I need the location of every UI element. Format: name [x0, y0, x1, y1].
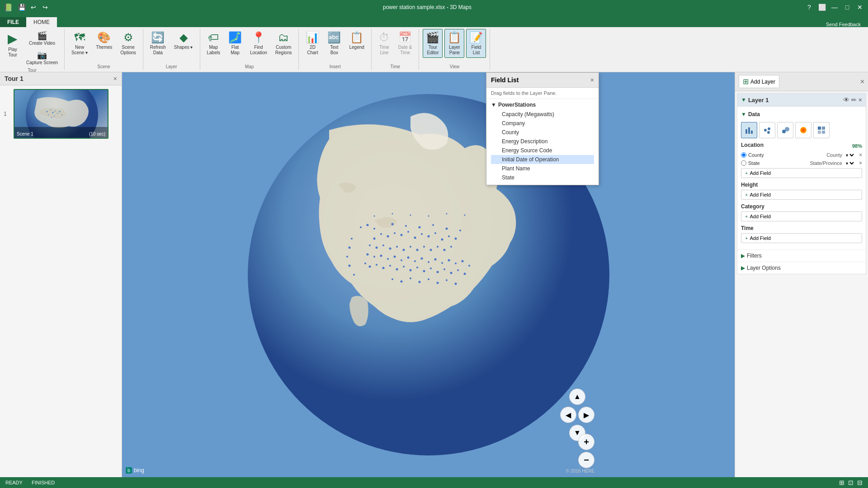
field-list-close-button[interactable]: × [590, 76, 594, 84]
scene-options-button[interactable]: ⚙ SceneOptions [117, 29, 139, 58]
time-add-field-button[interactable]: + Add Field [741, 233, 862, 243]
zoom-in-button[interactable]: + [578, 434, 594, 450]
field-state[interactable]: State [491, 173, 594, 182]
svg-rect-99 [745, 129, 747, 134]
svg-point-102 [764, 129, 767, 131]
themes-button[interactable]: 🎨 Themes [93, 29, 115, 52]
viz-cluster-button[interactable] [759, 122, 775, 138]
county-type-dropdown[interactable]: ▾ [844, 152, 855, 158]
map-area[interactable]: ▲ ◀ ▶ ▼ + − b bing © 2016 HERE Field Lis… [122, 72, 735, 477]
field-energy-desc[interactable]: Energy Description [491, 137, 594, 146]
status-icon-1[interactable]: ⊞ [839, 479, 844, 486]
tab-home[interactable]: HOME [26, 17, 57, 27]
field-energy-source[interactable]: Energy Source Code [491, 146, 594, 155]
redo-icon[interactable]: ↪ [41, 4, 50, 11]
refresh-data-button[interactable]: 🔄 RefreshData [147, 29, 169, 58]
height-add-field-button[interactable]: + Add Field [741, 190, 862, 200]
status-icon-2[interactable]: ⊡ [848, 479, 854, 486]
insert-group-label: Insert [330, 63, 341, 70]
field-list-label: FieldList [472, 45, 481, 56]
custom-regions-button[interactable]: 🗂 CustomRegions [272, 29, 295, 58]
data-collapse-icon: ▼ [741, 111, 746, 117]
ribbon-group-time: ⏱ TimeLine 📅 Date &Time Time [372, 29, 420, 70]
svg-point-92 [353, 274, 355, 276]
find-location-label: FindLocation [250, 45, 267, 56]
close-icon[interactable]: ✕ [855, 4, 864, 11]
location-state-radio[interactable] [741, 160, 746, 166]
field-capacity[interactable]: Capacity (Megawatts) [491, 110, 594, 119]
layer-visibility-button[interactable]: 👁 [843, 96, 849, 103]
location-county-radio[interactable] [741, 152, 746, 158]
layer-1-section: ▼ Layer 1 👁 ✏ × ▼ Data [737, 93, 866, 274]
capture-screen-button[interactable]: 📷 Capture Screen [24, 48, 61, 67]
flat-map-button[interactable]: 🗾 FlatMap [225, 29, 245, 58]
field-list-button[interactable]: 📝 FieldList [466, 29, 486, 58]
create-video-button[interactable]: 🎬 Create Video [24, 29, 61, 47]
nav-right-button[interactable]: ▶ [578, 407, 594, 423]
video-icon: 🎬 [37, 31, 47, 41]
capture-icon: 📷 [37, 50, 47, 60]
svg-point-3 [50, 109, 51, 110]
nav-left-button[interactable]: ◀ [560, 407, 576, 423]
help-icon[interactable]: ? [805, 4, 814, 11]
svg-point-54 [468, 265, 470, 267]
category-section: Category + Add Field [741, 203, 862, 221]
svg-rect-100 [748, 127, 750, 134]
time-label: Time [741, 225, 862, 231]
bubble-icon [781, 126, 790, 135]
layer-collapse-icon[interactable]: ▼ [741, 97, 746, 103]
layer-panel-close-button[interactable]: × [860, 78, 864, 86]
viz-bubble-button[interactable] [777, 122, 793, 138]
maximize-icon[interactable]: □ [843, 4, 852, 11]
shapes-button[interactable]: ◆ Shapes ▾ [171, 29, 196, 52]
svg-point-10 [48, 114, 49, 115]
time-section: Time + Add Field [741, 225, 862, 243]
map-labels-button[interactable]: 🏷 MapLabels [204, 29, 223, 58]
2d-chart-button[interactable]: 📊 2DChart [302, 29, 322, 58]
scene-duration: (10 sec) [89, 131, 105, 136]
save-icon[interactable]: 💾 [17, 4, 26, 11]
scene-group-items: 🗺 NewScene ▾ 🎨 Themes ⚙ SceneOptions [68, 29, 139, 63]
zoom-out-button[interactable]: − [578, 452, 594, 468]
tour-header: Tour 1 × [0, 72, 122, 85]
text-box-button[interactable]: 🔤 TextBox [324, 29, 344, 58]
send-feedback-btn[interactable]: Send Feedback [826, 22, 861, 27]
county-remove-button[interactable]: × [859, 152, 862, 158]
category-add-field-button[interactable]: + Add Field [741, 211, 862, 221]
status-icon-3[interactable]: ⊟ [857, 479, 863, 486]
layer-edit-button[interactable]: ✏ [851, 96, 857, 103]
layer-1-header: ▼ Layer 1 👁 ✏ × [737, 94, 866, 107]
layer-pane-button[interactable]: 📋 LayerPane [444, 29, 464, 58]
state-type-dropdown[interactable]: ▾ [844, 160, 855, 166]
scene-thumbnail[interactable]: Scene 1 (10 sec) [14, 89, 108, 139]
tour-close-button[interactable]: × [113, 75, 117, 82]
viz-region-button[interactable] [813, 122, 830, 138]
field-group-header[interactable]: ▼ PowerStations [491, 102, 594, 108]
tour-editor-button[interactable]: 🎬 TourEditor [423, 29, 443, 58]
new-scene-button[interactable]: 🗺 NewScene ▾ [68, 29, 91, 58]
height-plus-icon: + [745, 192, 748, 197]
ribbon-toggle-icon[interactable]: ⬜ [817, 4, 826, 11]
add-layer-button[interactable]: ⊞ Add Layer [739, 75, 779, 88]
tab-file[interactable]: FILE [0, 17, 26, 27]
field-initial-date[interactable]: Initial Date of Operation [491, 155, 594, 164]
find-location-button[interactable]: 📍 FindLocation [247, 29, 270, 58]
data-section-header[interactable]: ▼ Data [741, 109, 862, 119]
nav-up-button[interactable]: ▲ [569, 389, 585, 405]
location-add-field-button[interactable]: + Add Field [741, 168, 862, 178]
layer-options-section[interactable]: ▶ Layer Options [737, 262, 866, 274]
field-company[interactable]: Company [491, 119, 594, 128]
filters-section[interactable]: ▶ Filters [737, 249, 866, 262]
field-county[interactable]: County [491, 128, 594, 137]
viz-heat-button[interactable] [795, 122, 811, 138]
layer-delete-button[interactable]: × [859, 96, 862, 103]
svg-point-70 [463, 273, 466, 275]
undo-icon[interactable]: ↩ [29, 4, 38, 11]
excel-icon: 📗 [4, 3, 13, 12]
legend-button[interactable]: 📋 Legend [346, 29, 367, 52]
minimize-icon[interactable]: — [830, 4, 839, 11]
state-remove-button[interactable]: × [859, 160, 862, 166]
play-tour-button[interactable]: ▶ PlayTour [4, 29, 22, 60]
viz-bar-button[interactable] [741, 122, 757, 138]
field-plant-name[interactable]: Plant Name [491, 164, 594, 173]
